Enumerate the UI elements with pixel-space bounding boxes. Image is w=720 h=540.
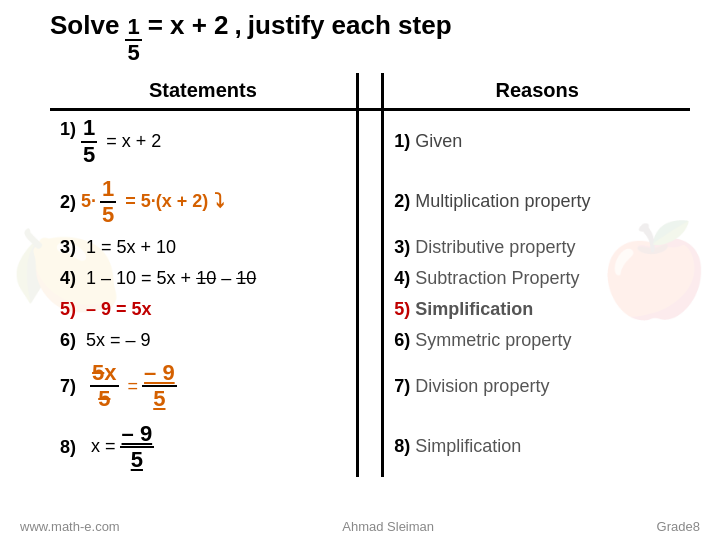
proof-table: Statements Reasons 1) 1 5 = x + 2 bbox=[50, 73, 690, 477]
footer-center: Ahmad Sleiman bbox=[342, 519, 434, 534]
table-row: 5) – 9 = 5x 5) Simplification bbox=[50, 294, 690, 325]
title-rest: = x + 2 bbox=[148, 10, 229, 41]
table-row: 4) 1 – 10 = 5x + 10 – 10 4) Subtraction … bbox=[50, 263, 690, 294]
divider-1 bbox=[357, 110, 383, 172]
main-content: Solve 1 5 = x + 2 , justify each step St… bbox=[0, 0, 720, 487]
reason-3: 3) Distributive property bbox=[383, 232, 690, 263]
statement-4: 4) 1 – 10 = 5x + 10 – 10 bbox=[50, 263, 357, 294]
arrow-icon: ⤵ bbox=[214, 190, 224, 213]
divider-7 bbox=[357, 356, 383, 416]
statement-8: 8) x = – 9 5 bbox=[50, 417, 357, 477]
statement-7: 7) 5x 5 = – 9 5 bbox=[50, 356, 357, 416]
title-fraction: 1 5 bbox=[125, 15, 141, 65]
reason-6: 6) Symmetric property bbox=[383, 325, 690, 356]
reason-2: 2) Multiplication property bbox=[383, 172, 690, 232]
reason-8: 8) Simplification bbox=[383, 417, 690, 477]
divider bbox=[357, 73, 383, 110]
statement-1: 1) 1 5 = x + 2 bbox=[50, 110, 357, 172]
statement-3: 3) 1 = 5x + 10 bbox=[50, 232, 357, 263]
table-row: 3) 1 = 5x + 10 3) Distributive property bbox=[50, 232, 690, 263]
divider-5 bbox=[357, 294, 383, 325]
table-row: 1) 1 5 = x + 2 1) Given bbox=[50, 110, 690, 172]
statements-header: Statements bbox=[50, 73, 357, 110]
statement-2: 2) 5· 1 5 = 5·(x + 2) ⤵ bbox=[50, 172, 357, 232]
reason-1: 1) Given bbox=[383, 110, 690, 172]
table-header: Statements Reasons bbox=[50, 73, 690, 110]
reason-4: 4) Subtraction Property bbox=[383, 263, 690, 294]
reasons-header: Reasons bbox=[383, 73, 690, 110]
divider-8 bbox=[357, 417, 383, 477]
divider-2 bbox=[357, 172, 383, 232]
reason-5: 5) Simplification bbox=[383, 294, 690, 325]
reason-7: 7) Division property bbox=[383, 356, 690, 416]
divider-6 bbox=[357, 325, 383, 356]
statement-6: 6) 5x = – 9 bbox=[50, 325, 357, 356]
table-row: 8) x = – 9 5 8) Simplification bbox=[50, 417, 690, 477]
solve-label: Solve bbox=[50, 10, 119, 41]
footer-left: www.math-e.com bbox=[20, 519, 120, 534]
divider-4 bbox=[357, 263, 383, 294]
footer: www.math-e.com Ahmad Sleiman Grade8 bbox=[0, 519, 720, 534]
table-row: 6) 5x = – 9 6) Symmetric property bbox=[50, 325, 690, 356]
divider-3 bbox=[357, 232, 383, 263]
page-title: Solve 1 5 = x + 2 , justify each step bbox=[50, 10, 690, 65]
footer-right: Grade8 bbox=[657, 519, 700, 534]
title-justify: justify each step bbox=[248, 10, 452, 41]
table-row: 2) 5· 1 5 = 5·(x + 2) ⤵ 2) Multiplicatio bbox=[50, 172, 690, 232]
title-comma: , bbox=[235, 10, 242, 41]
table-row: 7) 5x 5 = – 9 5 bbox=[50, 356, 690, 416]
statement-5: 5) – 9 = 5x bbox=[50, 294, 357, 325]
